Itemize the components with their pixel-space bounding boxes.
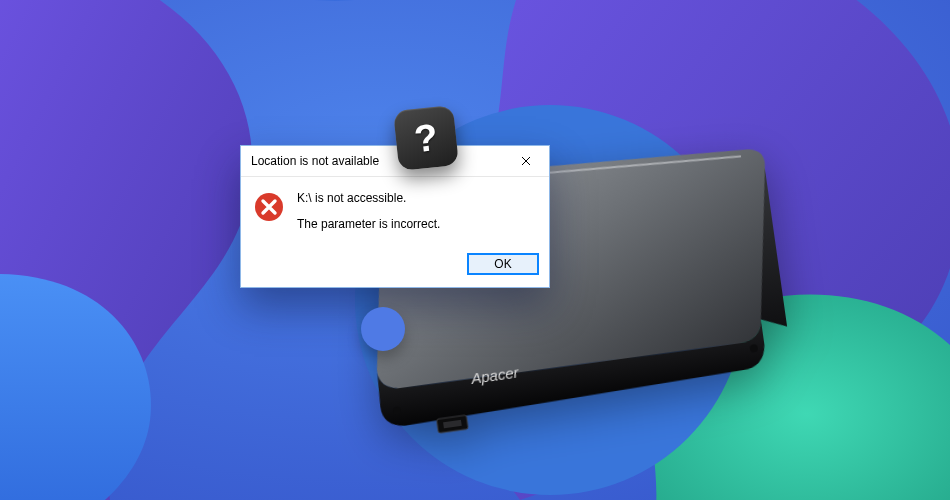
illustration-stage: Apacer ? Location is not available bbox=[0, 0, 950, 500]
dialog-secondary-message: The parameter is incorrect. bbox=[297, 217, 537, 231]
error-icon bbox=[253, 191, 285, 223]
dialog-message-area: K:\ is not accessible. The parameter is … bbox=[297, 191, 537, 239]
dialog-title: Location is not available bbox=[251, 154, 507, 168]
dialog-titlebar[interactable]: Location is not available bbox=[241, 146, 549, 177]
dialog-primary-message: K:\ is not accessible. bbox=[297, 191, 537, 205]
close-button[interactable] bbox=[507, 150, 545, 172]
error-dialog: Location is not available K:\ is not acc… bbox=[240, 145, 550, 288]
close-icon bbox=[521, 156, 531, 166]
ok-button[interactable]: OK bbox=[467, 253, 539, 275]
